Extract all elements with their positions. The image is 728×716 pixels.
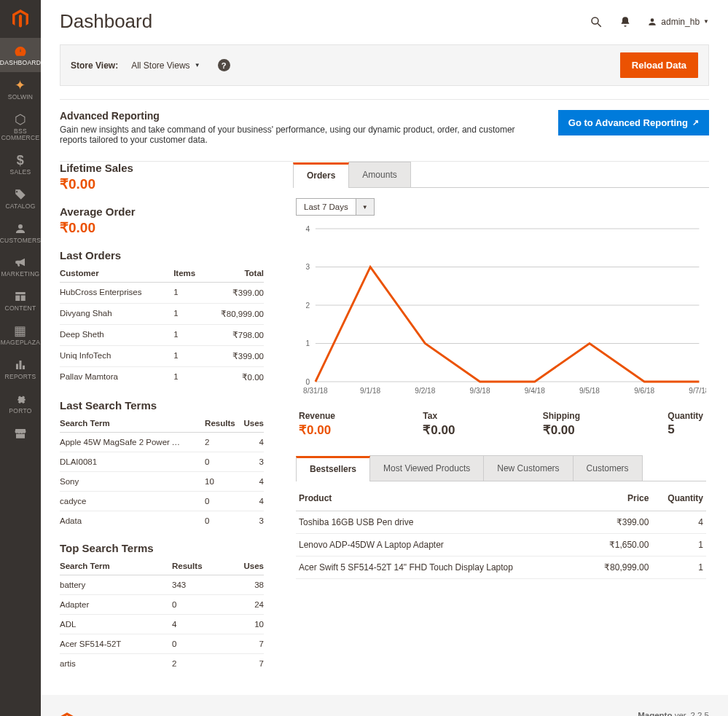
table-row[interactable]: Adapter024 [60,595,264,615]
svg-text:9/4/18: 9/4/18 [525,387,545,395]
table-row[interactable]: artis27 [60,654,264,674]
store-icon [14,427,27,440]
table-row[interactable]: Adata03 [60,511,264,531]
lifetime-sales-label: Lifetime Sales [60,162,264,174]
reload-data-button[interactable]: Reload Data [620,52,698,78]
table-row[interactable]: DLAI008103 [60,452,264,472]
table-row[interactable]: HubCross Enterprises1₹399.00 [60,283,264,304]
svg-text:3: 3 [306,263,310,271]
col-total: Total [204,264,264,283]
help-icon[interactable]: ? [218,59,230,71]
table-row[interactable]: Divyang Shah1₹80,999.00 [60,304,264,325]
store-view-label: Store View: [71,60,118,71]
last-orders-table: Customer Items Total HubCross Enterprise… [60,264,264,387]
tab-customers[interactable]: Customers [573,455,643,481]
table-row[interactable]: cadyce04 [60,492,264,511]
table-row[interactable]: Lenovo ADP-45DW A Laptop Adapter₹1,650.0… [296,534,706,556]
sidebar-item-bss[interactable]: ⬡ BSS COMMERCE [0,106,41,147]
sidebar-item-customers[interactable]: CUSTOMERS [0,216,41,250]
table-row[interactable]: battery34338 [60,575,264,595]
sidebar-item-label: PORTO [9,408,31,414]
top-search-table: Search Term Results Uses battery34338Ada… [60,557,264,673]
sidebar-item-content[interactable]: CONTENT [0,283,41,318]
date-range-value: Last 7 Days [297,199,356,215]
col-uses: Uses [227,557,264,575]
sidebar-item-mageplaza[interactable]: ▦ MAGEPLAZA [0,318,41,352]
sidebar-item-label: REPORTS [5,374,36,380]
last-orders-title: Last Orders [60,249,264,261]
sidebar-item-dashboard[interactable]: DASHBOARD [0,38,41,72]
tag-icon [14,188,27,201]
sidebar-item-label: CATALOG [5,203,35,210]
col-quantity: Quantity [651,486,706,511]
svg-text:9/3/18: 9/3/18 [470,387,490,395]
chevron-down-icon: ▼ [703,18,709,25]
average-order-label: Average Order [60,205,264,218]
sidebar-item-label: SALES [10,169,31,176]
tab-bestsellers[interactable]: Bestsellers [296,456,370,481]
svg-text:9/7/18: 9/7/18 [689,387,706,395]
page-footer: Copyright © 2018 Magento Commerce Inc. A… [41,695,728,716]
gear-icon: ✦ [15,79,26,92]
col-term: Search Term [60,557,172,575]
tab-orders[interactable]: Orders [293,162,349,188]
user-name: admin_hb [661,17,700,27]
sidebar-item-stores[interactable] [0,420,41,448]
sidebar-item-label: SOLWIN [8,94,34,101]
table-row[interactable]: Acer SF514-52T07 [60,634,264,654]
bell-icon[interactable] [618,15,633,29]
svg-text:9/6/18: 9/6/18 [634,387,654,395]
sidebar-item-label: BSS COMMERCE [1,128,40,141]
tab-amounts[interactable]: Amounts [348,162,410,187]
admin-sidebar: DASHBOARD ✦ SOLWIN ⬡ BSS COMMERCE $ SALE… [0,0,41,716]
user-menu[interactable]: admin_hb ▼ [647,17,709,27]
external-link-icon: ↗ [692,118,699,127]
table-row[interactable]: Deep Sheth1₹798.00 [60,325,264,346]
col-term: Search Term [60,414,205,433]
svg-text:2: 2 [306,302,310,310]
col-results: Results [172,557,227,575]
table-row[interactable]: Sony104 [60,472,264,492]
svg-text:8/31/18: 8/31/18 [303,387,328,395]
table-row[interactable]: Acer Swift 5 SF514-52T 14" FHD Touch Dis… [296,556,706,579]
bars-icon [14,358,27,371]
metric-tax-value: ₹0.00 [423,422,455,438]
last-search-table: Search Term Results Uses Apple 45W MagSa… [60,414,264,530]
sidebar-item-solwin[interactable]: ✦ SOLWIN [0,72,41,106]
sidebar-item-marketing[interactable]: MARKETING [0,249,41,283]
svg-text:9/1/18: 9/1/18 [360,387,380,395]
svg-text:9/5/18: 9/5/18 [579,387,600,395]
svg-text:1: 1 [306,339,310,347]
advanced-reporting-title: Advanced Reporting [60,110,544,122]
date-range-select[interactable]: Last 7 Days ▼ [296,198,375,216]
average-order-value: ₹0.00 [60,219,264,236]
sidebar-item-porto[interactable]: PORTO [0,386,41,420]
tab-most-viewed[interactable]: Most Viewed Products [369,455,484,481]
sidebar-item-label: MAGEPLAZA [1,339,40,346]
table-row[interactable]: Uniq InfoTech1₹399.00 [60,346,264,367]
sidebar-item-reports[interactable]: REPORTS [0,352,41,386]
page-title: Dashboard [60,10,574,33]
layout-icon [14,290,27,303]
advanced-reporting-button[interactable]: Go to Advanced Reporting ↗ [558,110,709,135]
gear-icon [14,393,27,406]
col-price: Price [585,486,651,511]
sidebar-item-catalog[interactable]: CATALOG [0,181,41,216]
tab-new-customers[interactable]: New Customers [483,455,573,481]
sidebar-item-label: CUSTOMERS [0,237,41,244]
metric-tax-label: Tax [423,411,455,421]
store-view-switcher[interactable]: All Store Views ▼ [131,60,200,71]
table-row[interactable]: Pallav Mamtora1₹0.00 [60,367,264,388]
metric-revenue-label: Revenue [299,411,335,421]
sidebar-item-label: MARKETING [1,271,40,278]
metric-revenue-value: ₹0.00 [299,422,335,438]
hexagon-icon: ⬡ [15,113,26,126]
table-row[interactable]: ADL410 [60,615,264,634]
megaphone-icon [14,256,27,269]
table-row[interactable]: Apple 45W MagSafe 2 Power A...24 [60,433,264,452]
metric-shipping-value: ₹0.00 [543,422,580,438]
grid-tabs: Bestsellers Most Viewed Products New Cus… [296,455,706,481]
table-row[interactable]: Toshiba 16GB USB Pen drive₹399.004 [296,511,706,534]
search-icon[interactable] [589,15,603,29]
sidebar-item-sales[interactable]: $ SALES [0,147,41,181]
